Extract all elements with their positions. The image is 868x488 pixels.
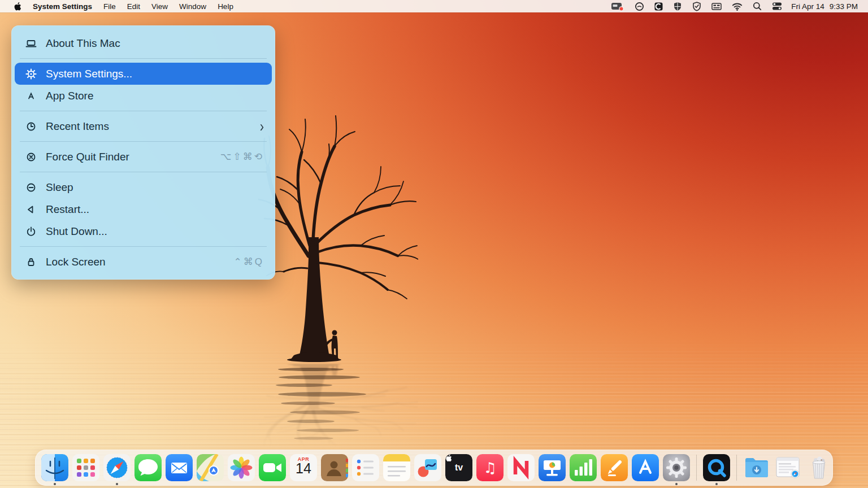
menu-item-label: Lock Screen [46,256,234,268]
menu-item-recent-items[interactable]: Recent Items › [11,115,275,137]
creative-cloud-icon[interactable] [631,0,648,12]
launchpad-icon [72,454,99,481]
apple-tv-label: tv [455,463,463,473]
app-store-icon [632,454,659,481]
wifi-icon[interactable] [728,0,746,12]
menu-separator [20,141,267,142]
calendar-day: 14 [290,460,317,477]
system-settings-icon [663,454,690,481]
menu-separator [20,58,267,59]
ripple-shadow [243,366,429,445]
menu-item-lock-screen[interactable]: Lock Screen ⌃⌘Q [11,251,275,273]
c-app-icon[interactable] [651,0,666,12]
dock-item-pages[interactable] [601,454,628,481]
security-shield-icon[interactable] [670,0,685,12]
dock-item-keynote[interactable] [539,454,566,481]
input-source-icon[interactable] [708,0,725,12]
screen-recorder-icon[interactable] [607,0,628,12]
dock-item-mail[interactable] [166,454,193,481]
dock-item-contacts[interactable] [321,454,348,481]
dock-item-numbers[interactable] [570,454,597,481]
menu-window[interactable]: Window [173,0,212,12]
menu-item-restart[interactable]: Restart... [11,198,275,220]
running-indicator [715,483,718,485]
apple-menu-button[interactable] [8,0,27,12]
music-icon: ♫ [476,454,504,481]
menu-item-force-quit-finder[interactable]: Force Quit Finder ⌥⇧⌘⟲ [11,146,275,168]
menu-item-app-store[interactable]: App Store [11,85,275,107]
dock-item-facetime[interactable] [259,454,286,481]
quicktime-icon [703,454,730,481]
menu-view[interactable]: View [146,0,173,12]
running-indicator [116,483,118,485]
dock-item-freeform[interactable] [414,454,441,481]
dock-item-news[interactable] [507,454,535,481]
menu-separator [20,111,267,111]
force-quit-icon [24,151,38,163]
menu-item-about-this-mac[interactable]: About This Mac [11,32,275,54]
maps-icon [197,454,224,481]
dock-item-trash[interactable] [805,454,832,481]
dock-item-quicktime-player[interactable] [703,454,730,481]
apple-logo-icon [14,2,21,11]
menu-item-label: Recent Items [46,120,260,133]
menu-separator [20,172,267,172]
downloads-folder-icon [743,454,770,481]
menu-file[interactable]: File [98,0,121,12]
dock-item-notes[interactable] [383,454,410,481]
keyboard-shortcut: ⌥⇧⌘⟲ [220,151,264,163]
menu-edit[interactable]: Edit [121,0,146,12]
dock-item-apple-tv[interactable]: tv [445,454,472,481]
dock-item-reminders[interactable] [352,454,379,481]
clock-date: Fri Apr 14 [791,2,824,11]
dock-item-calendar[interactable]: APR 14 [290,454,317,481]
dock-item-downloads-folder[interactable] [743,454,770,481]
menu-bar: System Settings File Edit View Window He… [0,0,868,12]
menu-item-label: System Settings... [46,68,264,80]
menu-item-label: Shut Down... [46,225,264,238]
gear-icon [24,68,38,80]
desktop: System Settings File Edit View Window He… [0,0,868,488]
dock-separator [696,455,697,481]
menu-item-label: App Store [46,90,264,102]
dock-item-safari[interactable] [103,454,131,481]
dock-item-messages[interactable] [134,454,162,481]
control-center-icon[interactable] [769,0,785,12]
dock-item-music[interactable]: ♫ [476,454,504,481]
reminders-icon [352,454,379,481]
active-app-menu[interactable]: System Settings [27,0,98,12]
safari-icon [103,454,131,481]
menu-bar-clock[interactable]: Fri Apr 14 9:33 PM [789,2,860,11]
keyboard-shortcut: ⌃⌘Q [234,256,264,268]
submenu-chevron-icon: › [260,119,264,134]
menu-item-system-settings[interactable]: System Settings... [15,63,272,85]
apple-tv-icon: tv [445,454,472,481]
tree-silhouette-icon [254,104,418,364]
laptop-icon [24,37,38,50]
privacy-shield-icon[interactable] [689,0,705,12]
minimized-window-thumbnail [774,454,801,481]
dock-item-maps[interactable] [197,454,224,481]
numbers-icon [570,454,597,481]
lock-icon [24,256,38,268]
spotlight-icon[interactable] [749,0,765,12]
dock-item-photos[interactable] [228,454,255,481]
facetime-icon [259,454,286,481]
pages-icon [601,454,628,481]
menu-item-shut-down[interactable]: Shut Down... [11,220,275,242]
menu-help[interactable]: Help [212,0,239,12]
dock-item-app-store[interactable] [632,454,659,481]
dock: APR 14 tv [35,450,833,486]
clock-time: 9:33 PM [830,2,858,11]
dock-item-system-settings[interactable] [663,454,690,481]
dock-item-launchpad[interactable] [72,454,99,481]
power-icon [24,225,38,238]
dock-item-finder[interactable] [41,454,68,481]
menu-item-sleep[interactable]: Sleep [11,176,275,198]
finder-icon [41,454,68,481]
sleep-icon [24,181,38,194]
app-store-icon [24,90,38,102]
dock-item-minimized-safari-window[interactable] [774,454,801,481]
menu-item-label: Restart... [46,203,264,216]
mail-icon [166,454,193,481]
